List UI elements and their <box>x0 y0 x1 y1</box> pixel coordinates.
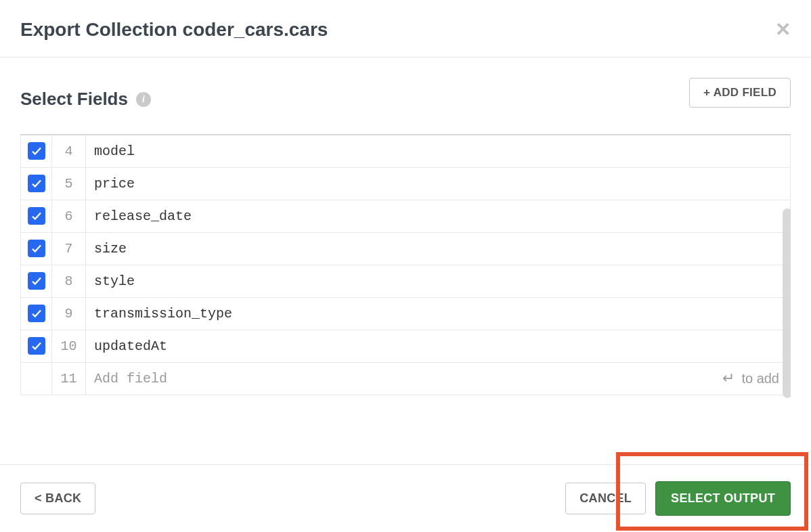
cancel-button[interactable]: CANCEL <box>565 483 646 514</box>
field-name-cell[interactable]: size <box>86 232 791 265</box>
field-check-cell <box>21 232 52 265</box>
field-row-number: 10 <box>52 330 86 362</box>
field-row-number: 7 <box>52 232 86 265</box>
field-check-cell <box>21 200 52 232</box>
field-checkbox[interactable] <box>28 240 45 257</box>
field-checkbox[interactable] <box>28 142 45 160</box>
field-check-cell <box>21 297 52 330</box>
enter-key-icon: ↵ <box>722 370 735 387</box>
field-row-number: 5 <box>52 167 86 200</box>
field-checkbox[interactable] <box>28 175 45 192</box>
field-name-cell[interactable]: release_date <box>86 200 791 232</box>
section-title-wrap: Select Fields i <box>20 89 151 110</box>
back-button[interactable]: < BACK <box>20 483 95 514</box>
export-collection-modal: Export Collection coder_cars.cars ✕ Sele… <box>0 0 811 532</box>
field-row: 7size <box>21 232 791 265</box>
field-row: 10updatedAt <box>21 330 791 362</box>
field-checkbox[interactable] <box>28 305 45 322</box>
footer-right: CANCEL SELECT OUTPUT <box>565 481 791 516</box>
field-list-container: 4model5price6release_date7size8style9tra… <box>20 134 791 444</box>
add-field-row-number: 11 <box>52 362 86 395</box>
field-name-cell[interactable]: transmission_type <box>86 297 791 330</box>
field-row: 4model <box>21 135 791 167</box>
field-row: 5price <box>21 167 791 200</box>
field-check-cell <box>21 265 52 297</box>
field-row-number: 9 <box>52 297 86 330</box>
section-header: Select Fields i + ADD FIELD <box>20 78 791 110</box>
modal-body: Select Fields i + ADD FIELD 4model5price… <box>0 58 811 464</box>
field-name-cell[interactable]: updatedAt <box>86 330 791 362</box>
add-field-button[interactable]: + ADD FIELD <box>689 78 791 108</box>
field-row: 6release_date <box>21 200 791 232</box>
close-icon[interactable]: ✕ <box>775 20 791 39</box>
modal-footer: < BACK CANCEL SELECT OUTPUT <box>0 464 811 532</box>
field-check-cell <box>21 330 52 362</box>
field-checkbox[interactable] <box>28 207 45 225</box>
modal-header: Export Collection coder_cars.cars ✕ <box>0 0 811 58</box>
add-field-row: 11Add field↵to add <box>21 362 791 395</box>
field-row-number: 8 <box>52 265 86 297</box>
info-icon[interactable]: i <box>136 92 151 107</box>
field-name-cell[interactable]: price <box>86 167 791 200</box>
field-checkbox[interactable] <box>28 272 45 290</box>
add-field-input[interactable]: Add field↵to add <box>86 362 791 395</box>
add-field-check-cell <box>21 362 52 395</box>
field-check-cell <box>21 135 52 167</box>
field-checkbox[interactable] <box>28 337 45 355</box>
field-row-number: 6 <box>52 200 86 232</box>
add-field-hint: ↵to add <box>722 370 779 387</box>
field-row: 9transmission_type <box>21 297 791 330</box>
scrollbar-thumb[interactable] <box>783 208 791 398</box>
field-check-cell <box>21 167 52 200</box>
field-list-table: 4model5price6release_date7size8style9tra… <box>20 134 791 395</box>
section-title: Select Fields <box>20 89 128 110</box>
add-field-hint-text: to add <box>741 371 779 386</box>
field-name-cell[interactable]: model <box>86 135 791 167</box>
field-name-cell[interactable]: style <box>86 265 791 297</box>
field-row-number: 4 <box>52 135 86 167</box>
field-row: 8style <box>21 265 791 297</box>
modal-title: Export Collection coder_cars.cars <box>20 19 328 41</box>
select-output-button[interactable]: SELECT OUTPUT <box>655 481 791 516</box>
